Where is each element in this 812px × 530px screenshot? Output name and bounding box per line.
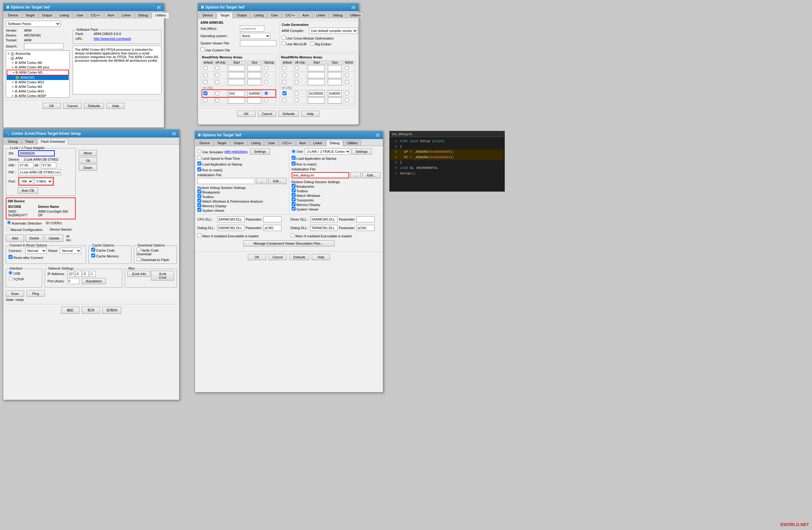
tracepoints-right-cb[interactable] [292, 198, 295, 201]
cache-code-cb[interactable] [91, 248, 95, 252]
load-app-left-cb[interactable] [198, 161, 201, 166]
tab-cpp-4[interactable]: C/C++ [279, 140, 295, 146]
tab-linker-1[interactable]: Linker [118, 12, 134, 18]
ram2-offchip-cb[interactable] [295, 73, 299, 77]
system-viewer-left-label[interactable]: System Viewer [198, 208, 287, 212]
iram2-offchip-cb[interactable] [295, 98, 299, 102]
ram2-start[interactable] [308, 72, 324, 78]
auto-detection-radio[interactable]: Automatic Detection [7, 220, 42, 225]
settings-right-btn[interactable]: Settings [351, 148, 372, 155]
warn-outdated-left-label[interactable]: Warn if outdated Executable is loaded [198, 234, 259, 238]
tree-cortex-m23[interactable]: +⚙ ARM Cortex M23 [7, 80, 69, 85]
use-jlink-select[interactable]: J-LINK / J-TRACE Cortex [305, 148, 350, 155]
manual-config-radio[interactable]: Manual Configuration [6, 227, 43, 231]
dialog-dll-left-input[interactable] [217, 225, 245, 231]
use-jlink-radio-label[interactable] [292, 149, 295, 154]
watch-windows-left-label[interactable]: Watch Windows & Performance Analyzer [198, 199, 287, 203]
ram2-noinit-cb[interactable] [345, 73, 349, 77]
dialog4-defaults-btn[interactable]: Defaults [289, 254, 309, 260]
tab-output-4[interactable]: Output [230, 140, 247, 146]
dialog2-defaults-btn[interactable]: Defaults [279, 111, 299, 117]
rom1-start[interactable] [228, 65, 245, 71]
tcpip-radio-label[interactable]: TCP/IP [9, 276, 40, 281]
dialog4-help-btn[interactable]: Help [312, 254, 330, 260]
connect-select[interactable]: Normal [25, 248, 46, 254]
ram3-offchip-cb[interactable] [295, 80, 299, 84]
tree-cortex-m35p[interactable]: +⚙ ARM Cortex M35P [7, 94, 69, 98]
dialog-dll-right-input[interactable] [310, 225, 337, 231]
ram2-size[interactable] [328, 72, 342, 78]
breakpoints-left-label[interactable]: Breakpoints [198, 189, 287, 194]
toolbox-right-label[interactable]: Toolbox [292, 188, 381, 193]
warn-outdated-right-label[interactable]: Warn if outdated Executable is loaded [290, 234, 351, 238]
tracepoints-right-label[interactable]: Tracepoints [292, 198, 381, 202]
run-to-main-right-cb[interactable] [292, 161, 295, 166]
software-packs-select[interactable]: Software Packs [6, 21, 60, 27]
search-input[interactable] [24, 43, 63, 49]
ram3-start[interactable] [308, 79, 324, 85]
memory-display-right-cb[interactable] [292, 202, 295, 206]
tab-listing-2[interactable]: Listing [251, 12, 267, 18]
verify-code-cb[interactable] [136, 248, 141, 252]
use-simulator-radio-label[interactable]: Use Simulator [198, 149, 223, 154]
dialog4-ok-btn[interactable]: OK [248, 254, 266, 260]
cross-module-label[interactable]: Use Cross-Module Optimization [281, 37, 334, 40]
dialog4-cancel-btn[interactable]: Cancel [269, 254, 287, 260]
use-microlib-label[interactable]: Use MicroLIB [281, 41, 307, 46]
iram1-default-cb[interactable] [282, 91, 287, 95]
tree-armcm1[interactable]: 🟢 ARMCM1 [7, 75, 69, 80]
tab-cpp-2[interactable]: C/C++ [282, 12, 298, 18]
breakpoints-right-label[interactable]: Breakpoints [292, 184, 381, 188]
system-viewer-right-cb[interactable] [292, 206, 295, 211]
tab-asm-2[interactable]: Asm [299, 12, 312, 18]
update-btn[interactable]: Update [45, 234, 63, 242]
up-btn[interactable]: Up [79, 157, 97, 163]
rom2-offchip-cb[interactable] [215, 73, 219, 77]
warn-outdated-right-cb[interactable] [290, 233, 294, 237]
breakpoints-right-cb[interactable] [292, 184, 295, 188]
dialog-param-right-input[interactable] [357, 225, 375, 231]
tab-debug-2[interactable]: Debug [329, 12, 346, 18]
device-tree[interactable]: +🏢 Aisinochip -🏢 ARM +⚙ ARM Cortex M0 +⚙… [6, 51, 70, 98]
tab-utilities-1[interactable]: Utilities [152, 12, 169, 18]
rom2-size[interactable] [248, 72, 261, 78]
tab-utilities-2[interactable]: Utilities [346, 12, 364, 18]
speed-select[interactable]: 5 MHz [34, 178, 53, 184]
iram1-start[interactable] [308, 90, 324, 97]
tree-aisinochip[interactable]: +🏢 Aisinochip [7, 52, 69, 56]
tree-arm[interactable]: -🏢 ARM [7, 56, 69, 60]
tab-linker-2[interactable]: Linker [313, 12, 329, 18]
rom3-startup[interactable] [264, 80, 268, 84]
rom3-default-cb[interactable] [203, 80, 207, 84]
cross-module-cb[interactable] [281, 35, 286, 40]
iram2-start[interactable] [308, 97, 324, 103]
dialog3-apply-btn[interactable]: 应用(A) [102, 307, 122, 314]
tab-debug-1[interactable]: Debug [135, 12, 151, 18]
ip1-input[interactable] [67, 271, 75, 277]
reset-after-connect-label[interactable]: Reset after Connect [9, 256, 43, 259]
irom1-offchip-cb[interactable] [215, 91, 219, 95]
init-file-left-browse-btn[interactable]: ... [256, 178, 267, 184]
init-file-left-input[interactable] [198, 178, 255, 184]
usb-radio[interactable] [9, 271, 13, 275]
iram2-size[interactable] [328, 97, 342, 103]
ram3-default-cb[interactable] [282, 80, 287, 84]
irom2-default-cb[interactable] [203, 98, 207, 102]
rom1-size[interactable] [248, 65, 261, 71]
move-btn[interactable]: Move [79, 150, 97, 156]
dialog4-close-btn[interactable]: ✕ [375, 133, 380, 138]
irom2-offchip-cb[interactable] [215, 98, 219, 102]
tab-target-1[interactable]: Target [22, 12, 38, 18]
run-to-main-right-label[interactable]: Run to main() [292, 161, 381, 166]
dialog2-cancel-btn[interactable]: Cancel [258, 111, 276, 117]
tab-output-2[interactable]: Output [233, 12, 250, 18]
cache-memory-cb[interactable] [91, 254, 95, 257]
irom1-default-cb[interactable] [203, 91, 207, 95]
tab-device-1[interactable]: Device [4, 12, 21, 18]
rom1-startup[interactable] [264, 66, 268, 70]
watch-windows-right-label[interactable]: Watch Windows [292, 193, 381, 198]
tab-listing-4[interactable]: Listing [248, 140, 264, 146]
add-btn[interactable]: Add [6, 234, 24, 242]
down-btn[interactable]: Down [79, 164, 97, 171]
dialog3-cancel-btn[interactable]: 取消 [82, 307, 100, 314]
